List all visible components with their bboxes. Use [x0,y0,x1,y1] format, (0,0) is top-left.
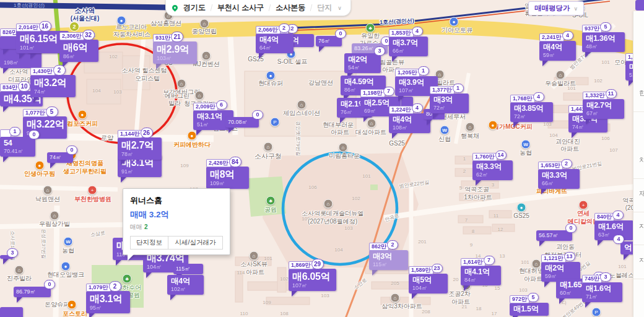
complex-detail-button[interactable]: 단지정보 [131,237,168,249]
building-number: 102 [109,54,117,59]
price-marker[interactable]: 1,768만4매3.85억72㎡ [510,95,553,122]
subway-exit-icon: ● [117,16,126,25]
price-marker[interactable]: 3매2억54㎡ [344,53,381,73]
price-marker[interactable]: 2,241만4매4억59㎡ [539,33,576,61]
price-history-button[interactable]: 시세/실거래가 [168,237,222,249]
price-marker[interactable]: 1,430만2매3.2억74㎡ [30,67,76,97]
map-label: 메가MGC커피 [493,124,532,130]
price-per-pyeong-tag: 862만2 [369,243,408,251]
price-marker[interactable]: 3 [0,255,14,259]
price-marker[interactable]: 745만3매1.6억71㎡ [582,275,622,302]
marker-pointer [33,97,39,103]
marker-area: 74㎡ [572,124,604,131]
marker-pointer [398,96,404,102]
panel-text-fragment: 한 [639,89,644,98]
marker-body: 매2.9억103㎡ [153,41,197,64]
map-tool-button[interactable] [635,0,644,11]
marker-pointer [3,68,9,74]
map-label: 소사역 [9,69,28,75]
map-label: 연세 [577,211,590,217]
panel-text-fragment: 차 [639,155,644,165]
marker-area: 56.57㎡ [539,232,570,239]
map-label: 온양슈퍼 [45,302,69,308]
marker-body: 매5억104㎡ [409,274,448,293]
breadcrumb-district[interactable]: 부천시 소사구 [217,2,264,13]
marker-body: 매2.7억67㎡ [583,99,624,119]
price-marker[interactable]: 1,760만14매3.3억62㎡ [472,153,513,180]
price-marker[interactable]: 056.57㎡ [536,230,572,241]
marker-pointer [319,46,324,52]
marker-pointer [433,113,438,119]
parking-icon: P [271,118,280,127]
marker-price: 매8억 [210,168,246,180]
park-icon: ♣ [123,274,132,284]
price-marker[interactable]: 937만5매1.36억48㎡ [582,25,625,52]
price-marker[interactable]: 2,426만84매8억109㎡ [206,159,249,189]
marker-area: 102㎡ [171,286,201,293]
price-marker[interactable]: 1,332만11매2.7억67㎡ [583,92,624,119]
price-per-pyeong-tag: 931만21 [153,34,197,42]
government-icon: ⌂ [264,142,273,152]
price-mode-label: 매매평당가 [534,4,570,13]
price-marker[interactable]: 1,853만4매3.7억66㎡ [389,29,428,56]
panel-divider [633,212,644,212]
price-marker[interactable]: 1,869만29매6.05억107㎡ [289,261,336,291]
listing-count-badge: 14 [495,150,507,160]
price-marker[interactable]: 931만21매2.9억103㎡ [153,34,197,64]
building-number: 15 [495,285,500,291]
price-marker[interactable]: 2,306만32매6억86㎡ [59,32,98,62]
price-marker[interactable]: 1,377만1매3억72㎡ [430,86,469,113]
map-label: 괴안대진 [555,139,580,145]
map-label: 농협 [520,150,532,156]
building-number: 3 [492,182,494,188]
price-marker[interactable]: 05470.41㎡ [0,137,35,157]
breadcrumb-complex-select[interactable]: 단지 [317,2,332,13]
building-number: 12 [498,227,503,232]
listing-count-badge: 26 [141,128,153,138]
map-label: 오피스텔 [135,76,160,82]
price-marker[interactable]: 086.79㎡ [14,287,51,297]
listing-count-badge: 0 [28,130,40,139]
map-label: (서울신대) [71,15,100,22]
price-marker[interactable] [0,307,23,317]
map-label: 신협 [438,136,451,142]
marker-body: 매3억115㎡ [369,250,408,270]
marker-pointer [539,241,545,246]
price-per-pyeong-tag: 1,760만14 [472,153,513,161]
marker-area: 54㎡ [348,64,378,71]
price-marker[interactable]: 862만2매3억115㎡ [369,243,408,270]
breadcrumb-dong[interactable]: 소사본동 [276,2,305,13]
price-marker[interactable]: 1,589만23매5억104㎡ [409,266,448,293]
price-marker[interactable]: 074㎡ [47,152,73,163]
price-marker[interactable]: 1,653만2매3.3억66㎡ [538,162,580,189]
map-label: 자동차서비스 [113,32,150,38]
marker-area: 59㎡ [543,52,573,59]
price-marker[interactable]: 070.08㎡ [225,117,259,128]
map-label: 삼익3차아파트 [381,303,422,310]
marker-pointer [624,254,629,260]
marker-area: 103㎡ [157,55,194,62]
map-label: 아파트 [246,269,264,276]
map-label: 괴안동 [556,244,575,250]
listing-count-badge: 2 [561,159,572,168]
right-side-panel[interactable]: 한차재자지 [633,11,644,317]
price-marker[interactable]: 076㎡ [316,36,342,46]
price-marker[interactable]: 1,079만2매3.1억95㎡ [86,284,130,313]
deal-count: 2 [144,224,148,230]
price-marker[interactable]: 115㎡ [173,264,203,274]
price-marker[interactable]: 1,144만26매2.7억78㎡ [118,130,162,160]
price-marker[interactable]: 매4억102㎡ [167,275,204,295]
listing-count-badge: 4 [412,103,423,113]
breadcrumb-province[interactable]: 경기도 [183,2,206,13]
parking-icon: P [592,308,601,317]
price-mode-dropdown[interactable]: 매매평당가 ∨ [528,1,584,15]
price-marker[interactable]: 1,121만13매2억59㎡ [541,254,580,282]
price-marker[interactable]: 972만5매1.5억 [510,295,549,316]
panel-text-fragment: 자 [639,222,644,231]
marker-price: 매6.15억 [20,33,66,45]
marker-price: 매3억 [373,252,405,261]
price-marker[interactable]: 2,066만2매4억64㎡ [256,26,294,53]
map-label: 소사SK뷰 [240,261,267,267]
price-marker[interactable]: 1,614만7매4.1억84㎡ [461,258,501,285]
marker-body: 매6.05억107㎡ [289,269,336,291]
